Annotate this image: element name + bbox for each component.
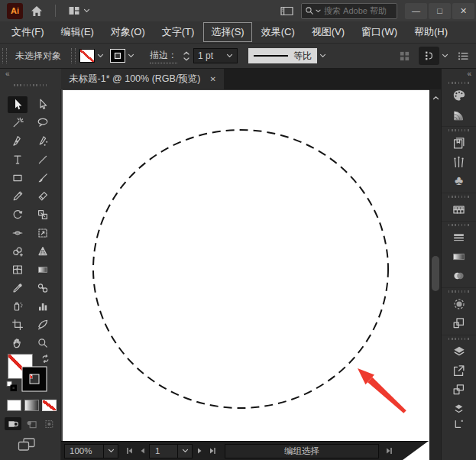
panel-grip[interactable]	[71, 48, 76, 63]
zoom-tool[interactable]	[33, 335, 53, 351]
maximize-button[interactable]: □	[429, 3, 451, 19]
document-tab[interactable]: 未标题-1* @ 100% (RGB/预览) ✕	[61, 69, 224, 89]
close-button[interactable]: ✕	[452, 3, 474, 19]
hand-tool[interactable]	[8, 335, 28, 351]
dock-grip[interactable]	[448, 129, 470, 131]
first-artboard-button[interactable]	[123, 444, 136, 458]
color-panel-button[interactable]	[447, 86, 471, 105]
rotate-tool[interactable]	[8, 206, 28, 223]
pen-tool[interactable]	[8, 133, 28, 150]
asset-export-panel-button[interactable]	[447, 380, 471, 399]
toolbar-grip[interactable]	[14, 84, 47, 86]
perspective-grid-tool[interactable]	[33, 243, 53, 260]
menu-select[interactable]: 选择(S)	[203, 22, 251, 42]
scrollbar-thumb[interactable]	[432, 256, 439, 291]
lasso-tool[interactable]	[33, 115, 53, 131]
panel-grip[interactable]	[2, 48, 7, 63]
menu-view[interactable]: 视图(V)	[304, 22, 352, 42]
document-arrange-grid-icon[interactable]	[399, 50, 410, 62]
screen-mode-icon[interactable]	[17, 437, 37, 452]
workspace-switcher[interactable]	[419, 47, 448, 65]
zoom-level-select[interactable]: 100%	[64, 444, 104, 458]
transparency-panel-button[interactable]	[447, 266, 471, 285]
paintbrush-tool[interactable]	[33, 170, 53, 186]
expand-panels-icon[interactable]: «	[442, 69, 476, 79]
gradient-tool[interactable]	[33, 261, 53, 278]
curvature-tool[interactable]	[33, 133, 53, 150]
menu-edit[interactable]: 编辑(E)	[53, 22, 102, 42]
width-profile-select[interactable]: 等比	[248, 48, 326, 63]
type-tool[interactable]	[8, 151, 28, 168]
blend-tool[interactable]	[33, 280, 53, 296]
status-tool-indicator[interactable]: 编组选择	[225, 444, 379, 458]
more-panels-button[interactable]	[447, 399, 471, 418]
artboard-number-caret[interactable]	[177, 444, 193, 458]
gradient-button[interactable]	[24, 400, 39, 411]
menu-type[interactable]: 文字(T)	[154, 22, 202, 42]
menu-file[interactable]: 文件(F)	[4, 22, 52, 42]
free-transform-tool[interactable]	[33, 225, 53, 241]
collapse-toolbar-icon[interactable]: «	[5, 70, 9, 78]
zoom-level-caret[interactable]	[103, 444, 118, 458]
help-search[interactable]	[301, 3, 397, 19]
libraries-panel-button[interactable]	[447, 133, 471, 152]
dock-grip[interactable]	[448, 338, 470, 340]
direct-selection-tool[interactable]	[33, 96, 53, 113]
tab-close-icon[interactable]: ✕	[210, 75, 216, 83]
stroke-color-control[interactable]	[110, 49, 134, 63]
layers-panel-button[interactable]	[447, 342, 471, 361]
default-fill-stroke-icon[interactable]	[6, 381, 18, 391]
home-button[interactable]	[23, 2, 50, 20]
stroke-weight-label[interactable]: 描边：	[150, 49, 177, 63]
appearance-panel-button[interactable]	[447, 294, 471, 313]
eyedropper-tool[interactable]	[8, 280, 28, 296]
draw-inside-button[interactable]	[41, 417, 58, 430]
export-panel-button[interactable]	[447, 361, 471, 380]
dock-grip[interactable]	[448, 196, 470, 198]
transform-panel-button[interactable]	[447, 418, 471, 431]
stroke-weight-select[interactable]: 1 pt	[193, 48, 238, 63]
artboards-panel-button[interactable]	[447, 313, 471, 332]
color-button[interactable]	[7, 400, 21, 411]
swatches-panel-button[interactable]	[447, 199, 471, 219]
swap-fill-stroke-icon[interactable]	[40, 354, 50, 364]
artboard-number-select[interactable]: 1	[149, 444, 178, 458]
selection-tool[interactable]	[8, 96, 28, 113]
status-expand-button[interactable]	[382, 444, 395, 458]
search-input[interactable]	[322, 5, 390, 16]
width-tool[interactable]	[8, 225, 28, 241]
menu-window[interactable]: 窗口(W)	[354, 22, 405, 42]
last-artboard-button[interactable]	[206, 444, 219, 458]
stroke-weight-stepper[interactable]	[183, 51, 189, 61]
scale-tool[interactable]	[33, 206, 53, 223]
next-artboard-button[interactable]	[193, 444, 206, 458]
draw-behind-button[interactable]	[23, 417, 40, 430]
color-guide-panel-button[interactable]	[447, 105, 471, 124]
column-graph-tool[interactable]	[33, 298, 53, 315]
fill-color-control[interactable]	[79, 49, 104, 63]
slice-tool[interactable]	[33, 316, 53, 333]
workspace-layout-button[interactable]	[60, 2, 97, 20]
scroll-up-icon[interactable]	[432, 96, 439, 100]
menu-help[interactable]: 帮助(H)	[406, 22, 455, 42]
symbols-panel-button[interactable]: ♣	[447, 171, 471, 190]
gradient-panel-button[interactable]	[447, 247, 471, 266]
menu-list-icon[interactable]	[457, 50, 469, 62]
shape-builder-tool[interactable]	[8, 243, 28, 260]
symbol-sprayer-tool[interactable]	[8, 298, 28, 315]
dock-grip[interactable]	[448, 290, 470, 293]
dock-grip[interactable]	[448, 224, 470, 226]
magic-wand-tool[interactable]	[8, 115, 28, 131]
arrange-documents-button[interactable]	[273, 2, 301, 20]
brushes-panel-button[interactable]	[447, 152, 471, 171]
none-button[interactable]	[42, 400, 57, 411]
stroke-swatch[interactable]	[21, 366, 47, 392]
eraser-tool[interactable]	[33, 188, 53, 205]
vertical-scrollbar[interactable]	[429, 89, 441, 460]
line-segment-tool[interactable]	[33, 151, 53, 168]
draw-normal-button[interactable]	[5, 417, 21, 430]
previous-artboard-button[interactable]	[136, 444, 149, 458]
menu-effect[interactable]: 效果(C)	[254, 22, 303, 42]
stroke-panel-button[interactable]	[447, 228, 471, 247]
menu-object[interactable]: 对象(O)	[103, 22, 153, 42]
